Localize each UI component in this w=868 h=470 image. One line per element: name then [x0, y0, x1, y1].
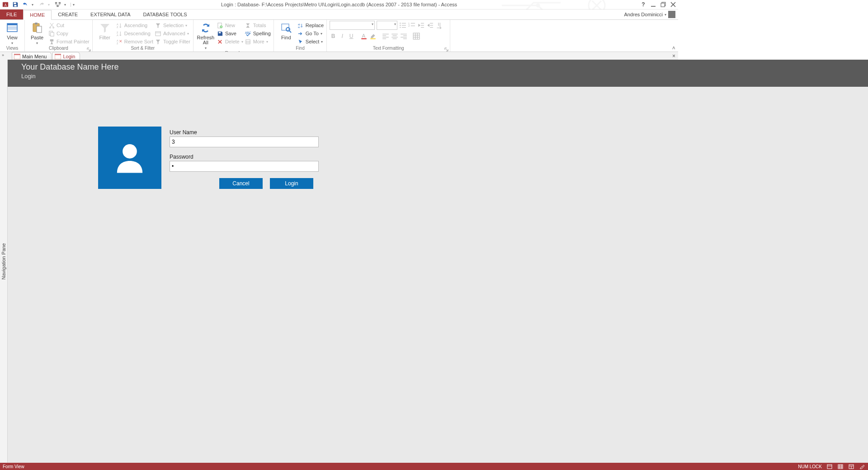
svg-point-20 [52, 27, 54, 28]
bold-icon[interactable]: B [330, 33, 337, 40]
save-button[interactable]: Save [217, 30, 243, 37]
login-button[interactable]: Login [270, 178, 313, 189]
form-icon [14, 54, 20, 59]
svg-rect-3 [14, 5, 16, 7]
close-icon[interactable] [670, 1, 676, 8]
new-button[interactable]: New [217, 22, 243, 29]
selection-button[interactable]: Selection▾ [155, 22, 190, 29]
clipboard-dialog-launcher[interactable] [87, 47, 91, 51]
form-subtitle: Login [21, 73, 678, 80]
close-tab-icon[interactable]: × [672, 53, 675, 59]
svg-text:A: A [362, 33, 366, 38]
delete-icon [217, 38, 223, 45]
gridlines-icon[interactable] [413, 33, 420, 40]
underline-icon[interactable]: U [348, 33, 355, 40]
redo-dropdown-icon[interactable]: ▾ [48, 3, 52, 7]
more-button[interactable]: More▾ [245, 38, 271, 45]
svg-text:Z: Z [117, 31, 118, 33]
textfmt-dialog-launcher[interactable] [444, 47, 449, 51]
tab-database-tools[interactable]: DATABASE TOOLS [137, 9, 193, 19]
restore-icon[interactable] [660, 1, 666, 8]
tab-create[interactable]: CREATE [52, 9, 84, 19]
font-family-combo[interactable] [330, 21, 375, 30]
align-center-icon[interactable] [391, 33, 398, 40]
svg-rect-39 [282, 24, 289, 30]
italic-icon[interactable]: I [339, 33, 346, 40]
navigation-pane-collapsed[interactable]: Navigation Pane [0, 60, 8, 367]
filter-icon [99, 22, 111, 34]
indent-inc-icon[interactable] [426, 22, 434, 29]
doctab-login[interactable]: Login [52, 52, 80, 60]
refresh-all-button[interactable]: Refresh All ▾ [196, 21, 215, 50]
svg-rect-34 [219, 32, 221, 33]
qat-customize-icon[interactable]: ▾ [64, 3, 68, 7]
format-painter-button[interactable]: Format Painter [48, 38, 90, 45]
svg-rect-5 [59, 2, 61, 4]
username-input[interactable] [170, 136, 319, 147]
highlight-icon[interactable] [369, 33, 377, 40]
select-button[interactable]: Select▾ [297, 38, 324, 45]
navpane-expand-icon[interactable]: » [2, 53, 4, 57]
align-right-icon[interactable] [400, 33, 407, 40]
bullets-icon[interactable] [399, 22, 406, 29]
minimize-icon[interactable] [650, 1, 656, 8]
help-icon[interactable]: ? [640, 1, 646, 8]
qat-more-icon[interactable]: ▾ [71, 3, 76, 7]
svg-rect-17 [35, 23, 38, 24]
redo-icon[interactable] [38, 1, 45, 8]
refresh-icon [199, 22, 212, 34]
ribbon-group-views: View ▾ Views [0, 20, 25, 52]
ribbon-tabs: FILE HOME CREATE EXTERNAL DATA DATABASE … [0, 9, 678, 20]
collapse-ribbon-icon[interactable]: ʌ [672, 45, 675, 51]
format-painter-icon [48, 38, 55, 45]
find-button[interactable]: Find [277, 21, 296, 40]
remove-sort-icon: AZ [116, 38, 123, 45]
svg-text:A: A [117, 23, 118, 25]
svg-rect-13 [7, 24, 17, 25]
totals-button[interactable]: Totals [245, 22, 271, 29]
cancel-button[interactable]: Cancel [219, 178, 263, 189]
tab-home[interactable]: HOME [23, 10, 52, 20]
font-size-combo[interactable] [377, 21, 397, 30]
user-account[interactable]: Andres Dominicci ▾ [624, 9, 675, 19]
cut-button[interactable]: Cut [48, 22, 90, 29]
text-direction-icon[interactable] [435, 22, 443, 29]
align-left-icon[interactable] [382, 33, 389, 40]
svg-rect-22 [50, 32, 53, 36]
svg-rect-82 [55, 54, 61, 55]
toggle-filter-button[interactable]: Toggle Filter [155, 38, 190, 45]
doctab-main-menu[interactable]: Main Menu [12, 52, 52, 60]
filter-button[interactable]: Filter [95, 21, 114, 40]
save-icon[interactable] [12, 1, 19, 8]
paste-icon [31, 22, 43, 34]
workspace: Navigation Pane Your Database Name Here … [0, 60, 678, 367]
remove-sort-button[interactable]: AZRemove Sort [116, 38, 153, 45]
delete-button[interactable]: Delete▾ [217, 38, 243, 45]
copy-button[interactable]: Copy [48, 30, 90, 37]
tab-file[interactable]: FILE [0, 9, 23, 19]
ascending-button[interactable]: AZAscending [116, 22, 153, 29]
goto-button[interactable]: Go To▾ [297, 30, 324, 37]
indent-dec-icon[interactable] [417, 22, 425, 29]
form-icon [55, 54, 61, 59]
access-app-icon: A [2, 1, 9, 8]
undo-icon[interactable] [22, 1, 29, 8]
ribbon-group-sort-filter: Filter AZAscending ZADescending AZRemove… [93, 20, 193, 52]
numbering-icon[interactable]: 12 [408, 22, 415, 29]
undo-dropdown-icon[interactable]: ▾ [32, 3, 35, 7]
more-icon [245, 38, 251, 45]
view-button[interactable]: View ▾ [3, 21, 22, 45]
replace-button[interactable]: abacReplace [297, 22, 324, 29]
descending-button[interactable]: ZADescending [116, 30, 153, 37]
ribbon-group-clipboard: Paste ▾ Cut Copy Format Painter Clipboar… [25, 20, 93, 52]
svg-rect-18 [37, 26, 42, 33]
font-color-icon[interactable]: A [360, 33, 368, 40]
advanced-button[interactable]: Advanced▾ [155, 30, 190, 37]
password-input[interactable] [170, 161, 319, 172]
navigation-pane-label: Navigation Pane [1, 243, 6, 280]
qat-relationships-icon[interactable] [54, 1, 61, 8]
tab-external-data[interactable]: EXTERNAL DATA [84, 9, 137, 19]
spelling-button[interactable]: ABCSpelling [245, 30, 271, 37]
paste-button[interactable]: Paste ▾ [28, 21, 47, 45]
replace-icon: abac [297, 22, 304, 28]
